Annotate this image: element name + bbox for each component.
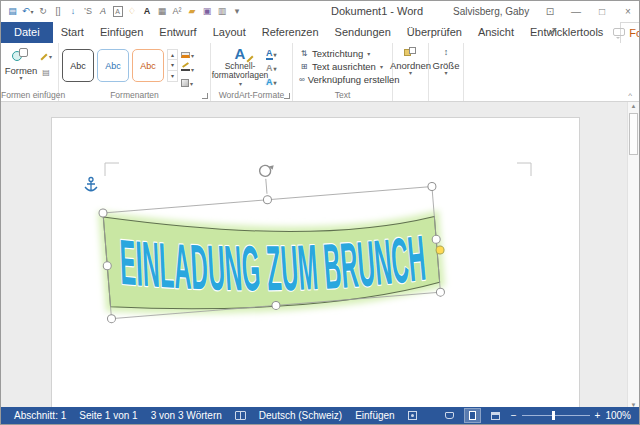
textbox-button[interactable]: ▤ [38, 66, 54, 79]
handle-bottom-center[interactable] [272, 301, 281, 310]
tab-sendungen[interactable]: Sendungen [327, 22, 399, 43]
handle-bottom-left[interactable] [107, 314, 116, 323]
text-ausrichten-label: Text ausrichten [312, 61, 376, 72]
edit-shape-button[interactable] [38, 50, 54, 63]
print-layout-button[interactable] [465, 409, 480, 422]
superscript-icon[interactable]: A² [172, 6, 183, 17]
status-language[interactable]: Deutsch (Schweiz) [259, 410, 342, 421]
undo-icon[interactable]: ↶ [22, 6, 34, 18]
tab-layout[interactable]: Layout [205, 22, 254, 43]
ribbon-display-options-icon[interactable]: ⊡ [545, 6, 555, 17]
handle-middle-left[interactable] [103, 262, 112, 271]
copy-icon[interactable]: ▥ [217, 6, 228, 17]
shape-effects-button[interactable] [181, 77, 194, 89]
status-wordcount[interactable]: 3 von 3 Wörtern [151, 410, 222, 421]
tab-entwicklertools[interactable]: Entwicklertools [522, 22, 611, 43]
status-section[interactable]: Abschnitt: 1 [14, 410, 66, 421]
text-effects-button[interactable]: A [266, 76, 277, 88]
quote-style-icon[interactable]: ’S [83, 6, 94, 17]
read-mode-icon [445, 412, 454, 419]
styles-more-icon[interactable]: ▾ [167, 71, 178, 82]
share-icon[interactable]: ↗ [548, 25, 557, 38]
scrollbar-thumb[interactable] [629, 113, 638, 155]
italic-a-icon[interactable]: A [98, 6, 109, 17]
brackets-icon[interactable]: [] [53, 6, 64, 17]
macro-record-icon[interactable] [408, 411, 417, 420]
boxed-a-icon[interactable]: A [113, 6, 123, 17]
size-icon: ↕ [440, 47, 452, 60]
proofing-icon[interactable] [235, 411, 246, 420]
signed-in-user[interactable]: Salvisberg, Gaby [453, 1, 529, 22]
title-bar: ▤ ↶ ↻ [] ↓ ’S A A ♢ A ▦ A² ▰ ▣ ▥ ▾ Dokum… [1, 1, 639, 22]
margin-mark-top-left [105, 163, 119, 176]
group-text: ⇅ Textrichtung ⊞ Text ausrichten ∞ Verkn… [293, 43, 393, 101]
scroll-up-icon[interactable]: ▲ [628, 103, 639, 109]
tab-referenzen[interactable]: Referenzen [254, 22, 327, 43]
anordnen-button[interactable]: Anordnen [393, 43, 429, 101]
tab-ansicht[interactable]: Ansicht [470, 22, 522, 43]
read-mode-button[interactable] [442, 409, 457, 422]
print-layout-icon [469, 411, 476, 420]
wordart-canvas: EINLADUNG ZUM BRUNCH [1, 102, 639, 409]
text-ausrichten-button[interactable]: ⊞ Text ausrichten [299, 60, 389, 72]
handle-top-center[interactable] [263, 195, 272, 204]
shape-outline-button[interactable] [181, 63, 194, 75]
maximize-icon[interactable]: □ [597, 6, 607, 17]
styles-scroll-down-icon[interactable]: ▾ [167, 60, 178, 71]
web-layout-button[interactable] [488, 409, 503, 422]
tab-start[interactable]: Start [53, 22, 92, 43]
shape-fill-button[interactable] [181, 49, 194, 61]
minimize-icon[interactable]: — [571, 6, 581, 17]
group-label: WordArt-Formate [211, 90, 292, 100]
handle-top-left[interactable] [99, 209, 108, 218]
textrichtung-button[interactable]: ⇅ Textrichtung [299, 47, 389, 59]
qat-customize-icon[interactable]: ▾ [232, 6, 243, 17]
handle-bottom-right[interactable] [436, 288, 445, 297]
down-arrow-icon[interactable]: ↓ [68, 6, 79, 17]
shape-style-1[interactable]: Abc [62, 49, 94, 82]
status-bar: Abschnitt: 1 Seite 1 von 1 3 von 3 Wörte… [1, 407, 639, 424]
status-page[interactable]: Seite 1 von 1 [79, 410, 137, 421]
quick-styles-button[interactable]: A Schnell- formatvorlagen [214, 46, 266, 89]
rotate-handle[interactable] [259, 165, 274, 177]
text-outline-button[interactable]: A [266, 62, 277, 74]
group-label: Text [293, 90, 392, 100]
close-icon[interactable]: × [623, 6, 633, 17]
open-folder-icon[interactable]: ▰ [187, 6, 198, 17]
formen-button[interactable]: Formen [4, 46, 38, 89]
zoom-in-button[interactable]: + [595, 410, 601, 421]
handle-top-right[interactable] [428, 182, 437, 191]
adjust-handle-yellow[interactable] [436, 246, 445, 255]
quick-styles-label-2: formatvorlagen [212, 71, 269, 80]
bold-a-icon[interactable]: A [142, 6, 153, 17]
dialog-launcher-icon[interactable] [284, 93, 290, 99]
verknuepfung-button[interactable]: ∞ Verknüpfung erstellen [299, 73, 389, 85]
zoom-slider[interactable] [522, 415, 590, 416]
handle-middle-right[interactable] [432, 235, 441, 244]
zoom-slider-thumb[interactable] [552, 411, 555, 420]
comment-icon[interactable] [613, 28, 625, 36]
dialog-launcher-icon[interactable] [202, 93, 208, 99]
vertical-scrollbar[interactable]: ▲ ▼ [627, 102, 639, 409]
save-as-icon[interactable]: ▣ [202, 6, 213, 17]
collapse-ribbon-icon[interactable]: ^ [628, 91, 632, 100]
tab-ueberpruefen[interactable]: Überprüfen [399, 22, 470, 43]
fill-bucket-icon [181, 52, 190, 58]
status-insert-mode[interactable]: Einfügen [355, 410, 394, 421]
shape-style-3[interactable]: Abc [132, 49, 164, 82]
groesse-button[interactable]: ↕ Größe [429, 43, 464, 101]
zoom-level[interactable]: 100% [605, 410, 631, 421]
table-grid-icon[interactable]: ▦ [157, 6, 168, 17]
tab-entwurf[interactable]: Entwurf [151, 22, 204, 43]
ribbon-tab-row: Datei Start Einfügen Entwurf Layout Refe… [1, 22, 639, 43]
save-icon[interactable]: ▤ [7, 6, 18, 17]
shape-fill-icon[interactable]: ♢ [127, 6, 138, 17]
shape-style-2[interactable]: Abc [97, 49, 129, 82]
text-fill-button[interactable]: A [266, 48, 277, 60]
zoom-out-button[interactable]: − [511, 410, 517, 421]
tab-datei[interactable]: Datei [1, 22, 53, 43]
styles-scroll-up-icon[interactable]: ▴ [167, 49, 178, 60]
anchor-icon [85, 178, 97, 192]
tab-einfuegen[interactable]: Einfügen [92, 22, 151, 43]
redo-icon[interactable]: ↻ [38, 6, 49, 17]
